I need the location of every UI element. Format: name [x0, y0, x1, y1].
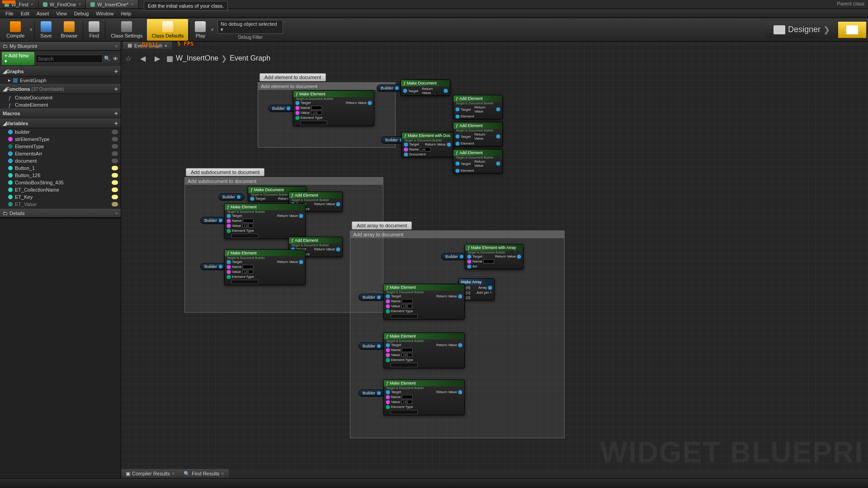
output-pin[interactable]	[368, 101, 372, 105]
input-pin[interactable]	[456, 115, 459, 118]
node-make-element-a3[interactable]: Make Element Target is Document Builder …	[383, 380, 465, 415]
varget-builder-2[interactable]: Builder	[377, 84, 403, 92]
comment-label-2[interactable]: Add subdocument to document	[186, 168, 264, 176]
varget-builder-1[interactable]: Builder	[268, 105, 294, 112]
input-pin[interactable]	[456, 108, 459, 111]
text-input[interactable]: 140	[401, 400, 412, 404]
graphs-category[interactable]: ◢Graphs+	[0, 66, 121, 76]
output-pin[interactable]	[237, 195, 241, 199]
text-input[interactable]	[311, 106, 322, 110]
fn-createelement[interactable]: CreateElement	[0, 101, 121, 108]
eye-icon[interactable]	[112, 166, 118, 170]
input-pin[interactable]	[404, 153, 408, 156]
var-button1[interactable]: Button_1	[0, 164, 121, 172]
compile-dropdown[interactable]: ▾	[29, 27, 33, 33]
output-pin[interactable]	[460, 255, 463, 258]
var-etcollection[interactable]: ET_CollectionName	[0, 186, 121, 193]
menu-debug[interactable]: Debug	[71, 10, 92, 17]
node-make-document[interactable]: Make Document TargetReturn Value	[401, 80, 450, 96]
input-pin[interactable]	[456, 162, 459, 165]
text-input[interactable]	[402, 395, 413, 399]
varget-builder-9[interactable]: Builder	[359, 343, 385, 350]
event-graph-canvas[interactable]: ▦Event Graph× ☆ ◀ ▶ ▦ W_InsertOne ❯ Even…	[121, 42, 868, 478]
input-pin[interactable]	[467, 265, 471, 268]
class-defaults-button[interactable]: Class Defaults	[147, 19, 188, 41]
output-pin[interactable]	[458, 295, 462, 298]
text-input[interactable]: 130	[401, 304, 412, 308]
save-button[interactable]: Save	[36, 19, 56, 41]
text-input[interactable]: 120	[242, 270, 253, 274]
find-results-tab[interactable]: 🔍Find Results×	[179, 469, 229, 478]
add-variable-button[interactable]: +	[114, 120, 118, 127]
node-make-element-1[interactable]: Make Element Target is Document Builder …	[293, 90, 374, 126]
comment-label-1[interactable]: Add element to document	[259, 73, 326, 81]
visibility-filter-button[interactable]: 👁	[112, 55, 119, 62]
input-pin[interactable]	[386, 348, 390, 352]
input-pin[interactable]	[386, 343, 390, 347]
enum-combo[interactable]	[391, 410, 418, 414]
input-pin[interactable]	[467, 260, 471, 263]
input-pin[interactable]	[386, 400, 390, 404]
input-pin[interactable]	[227, 260, 231, 264]
output-pin[interactable]	[458, 390, 462, 394]
varget-builder-7[interactable]: Builder	[441, 253, 467, 260]
close-icon[interactable]: ×	[115, 211, 118, 216]
event-graph-item[interactable]: ▸ EventGraph	[0, 76, 121, 84]
close-icon[interactable]: ×	[131, 2, 133, 7]
eye-icon[interactable]	[112, 173, 118, 178]
nav-back-button[interactable]: ◀	[137, 53, 148, 64]
output-pin[interactable]	[447, 143, 451, 146]
input-pin[interactable]	[386, 300, 390, 303]
output-pin[interactable]	[377, 344, 381, 348]
input-pin[interactable]	[404, 148, 408, 151]
input-pin[interactable]	[403, 89, 407, 93]
eye-icon[interactable]	[112, 195, 118, 199]
menu-file[interactable]: File	[2, 10, 17, 17]
output-pin[interactable]	[496, 162, 500, 165]
input-pin[interactable]	[456, 142, 459, 145]
doc-tab-winsertone[interactable]: W_InsertOne*×	[86, 0, 138, 9]
menu-help[interactable]: Help	[117, 10, 135, 17]
class-settings-button[interactable]: Class Settings	[106, 19, 147, 41]
details-tab[interactable]: 🗀 Details ×	[0, 209, 121, 218]
variables-category[interactable]: ◢Variables+	[0, 118, 121, 128]
node-make-element-a2[interactable]: Make Element Target is Document Builder …	[383, 333, 465, 368]
node-make-element-s1[interactable]: Make Element Target is Document Builder …	[224, 203, 306, 239]
input-pin[interactable]	[227, 214, 231, 218]
input-pin[interactable]	[250, 197, 254, 201]
input-pin[interactable]	[386, 358, 390, 362]
var-combobox[interactable]: ComboBoxString_435	[0, 179, 121, 186]
input-pin[interactable]	[386, 390, 390, 394]
output-pin[interactable]	[496, 108, 500, 111]
output-pin[interactable]	[287, 107, 290, 110]
comment-label-3[interactable]: Add array to document	[352, 221, 412, 230]
nav-forward-button[interactable]: ▶	[152, 53, 163, 64]
input-pin[interactable]	[296, 116, 299, 120]
input-pin[interactable]	[296, 111, 299, 115]
browse-button[interactable]: Browse	[56, 19, 82, 41]
node-make-element-a1[interactable]: Make Element Target is Document Builder …	[383, 284, 465, 319]
play-button[interactable]: Play	[190, 19, 210, 41]
input-pin[interactable]	[386, 405, 390, 409]
output-pin[interactable]	[336, 202, 340, 206]
favorite-button[interactable]: ☆	[123, 53, 134, 64]
output-pin[interactable]	[219, 265, 222, 268]
node-make-element-with-array[interactable]: Make Element with Array Target is Docume…	[465, 244, 524, 269]
eye-icon[interactable]	[112, 137, 118, 141]
input-pin[interactable]	[386, 310, 390, 313]
menu-window[interactable]: Window	[92, 10, 117, 17]
input-pin[interactable]	[227, 270, 231, 274]
close-icon[interactable]: ×	[165, 43, 167, 48]
search-input[interactable]	[36, 55, 103, 63]
var-elementsarr[interactable]: ElementsArr	[0, 150, 121, 157]
eye-icon[interactable]	[112, 202, 118, 206]
fn-createdocument[interactable]: CreateDocument	[0, 94, 121, 101]
text-input[interactable]: val	[420, 147, 431, 151]
input-pin[interactable]	[456, 135, 459, 138]
varget-builder-8[interactable]: Builder	[359, 294, 385, 301]
doc-tab-wfind[interactable]: W_Find×	[0, 0, 38, 9]
varget-builder-4[interactable]: Builder	[218, 193, 245, 201]
text-input[interactable]: 110	[311, 111, 322, 115]
output-pin[interactable]	[395, 86, 399, 90]
input-pin[interactable]	[386, 353, 390, 357]
